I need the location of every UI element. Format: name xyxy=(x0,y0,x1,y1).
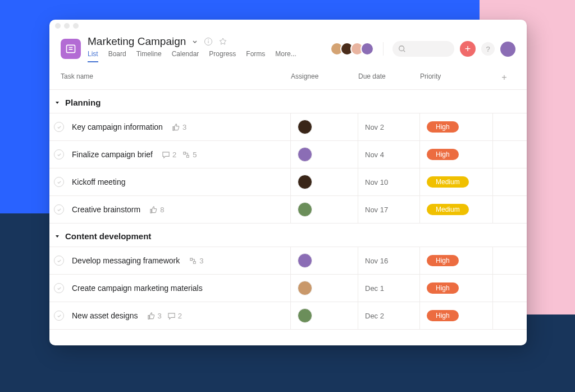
task-name: Key campaign information xyxy=(72,122,163,131)
column-due-date[interactable]: Due date xyxy=(358,72,420,83)
section-header[interactable]: Content development xyxy=(49,224,527,247)
due-date[interactable]: Dec 1 xyxy=(358,275,420,302)
traffic-light-close[interactable] xyxy=(55,23,61,29)
thumbs-up-icon xyxy=(172,123,180,131)
subtask-icon xyxy=(189,257,197,265)
priority-pill[interactable]: High xyxy=(427,282,459,294)
search-input[interactable] xyxy=(393,41,454,57)
tab-forms[interactable]: Forms xyxy=(246,50,265,62)
project-title[interactable]: Marketing Campaign xyxy=(88,35,186,48)
assignee-avatar[interactable] xyxy=(298,147,312,162)
due-date[interactable]: Nov 17 xyxy=(358,196,420,223)
header-divider xyxy=(383,42,384,56)
due-date[interactable]: Nov 2 xyxy=(358,113,420,140)
likes-count[interactable]: 3 xyxy=(147,312,162,320)
add-button[interactable]: + xyxy=(460,41,476,57)
svg-point-6 xyxy=(399,46,404,51)
comment-icon xyxy=(167,312,176,320)
priority-pill[interactable]: Medium xyxy=(427,176,469,188)
task-row[interactable]: Creative brainstorm8Nov 17Medium xyxy=(49,196,527,224)
tab-board[interactable]: Board xyxy=(108,50,126,62)
comment-icon xyxy=(162,151,170,159)
section-name: Content development xyxy=(65,231,151,241)
app-window: Marketing Campaign ListBoardTimelineCale… xyxy=(49,20,527,345)
task-name: Creative brainstorm xyxy=(72,205,140,214)
window-titlebar xyxy=(49,20,527,32)
svg-point-5 xyxy=(208,39,209,40)
due-date[interactable]: Nov 10 xyxy=(358,168,420,195)
priority-pill[interactable]: High xyxy=(427,255,459,266)
comments-count[interactable]: 2 xyxy=(162,151,176,159)
add-column-button[interactable]: + xyxy=(493,72,515,83)
task-name: New asset designs xyxy=(72,311,138,320)
caret-down-icon xyxy=(54,99,61,106)
project-header: Marketing Campaign ListBoardTimelineCale… xyxy=(49,32,527,62)
tab-more-[interactable]: More... xyxy=(275,50,296,62)
comments-count[interactable]: 2 xyxy=(167,312,182,320)
assignee-avatar[interactable] xyxy=(298,253,312,268)
task-row[interactable]: New asset designs32Dec 2High xyxy=(49,302,527,330)
complete-checkbox[interactable] xyxy=(54,283,64,293)
priority-pill[interactable]: High xyxy=(427,121,459,133)
tab-timeline[interactable]: Timeline xyxy=(136,50,162,62)
help-button[interactable]: ? xyxy=(481,42,495,56)
due-date[interactable]: Nov 4 xyxy=(358,141,420,168)
member-avatar[interactable] xyxy=(360,42,374,56)
task-name: Kickoff meeting xyxy=(72,177,125,186)
subtasks-count[interactable]: 5 xyxy=(182,151,197,159)
task-name: Develop messaging framework xyxy=(72,256,180,265)
complete-checkbox[interactable] xyxy=(54,204,64,215)
complete-checkbox[interactable] xyxy=(54,149,64,159)
column-priority[interactable]: Priority xyxy=(420,72,493,83)
task-name: Finalize campaign brief xyxy=(72,150,153,159)
complete-checkbox[interactable] xyxy=(54,122,64,132)
thumbs-up-icon xyxy=(147,312,156,320)
complete-checkbox[interactable] xyxy=(54,311,64,321)
assignee-avatar[interactable] xyxy=(298,202,312,217)
info-icon[interactable] xyxy=(204,37,213,46)
subtasks-count[interactable]: 3 xyxy=(189,257,203,265)
task-row[interactable]: Key campaign information3Nov 2High xyxy=(49,113,527,141)
tab-calendar[interactable]: Calendar xyxy=(172,50,199,62)
section-name: Planning xyxy=(65,98,101,107)
task-row[interactable]: Develop messaging framework3Nov 16High xyxy=(49,247,527,275)
likes-count[interactable]: 8 xyxy=(149,206,164,214)
project-icon[interactable] xyxy=(61,39,81,59)
priority-pill[interactable]: High xyxy=(427,310,459,321)
traffic-light-minimize[interactable] xyxy=(64,23,70,29)
due-date[interactable]: Nov 16 xyxy=(358,247,420,274)
priority-pill[interactable]: High xyxy=(427,149,459,160)
assignee-avatar[interactable] xyxy=(298,120,312,134)
section-header[interactable]: Planning xyxy=(49,90,527,113)
star-icon[interactable] xyxy=(218,37,227,46)
svg-line-7 xyxy=(404,51,405,52)
priority-pill[interactable]: Medium xyxy=(427,204,469,215)
tab-list[interactable]: List xyxy=(88,50,98,62)
caret-down-icon xyxy=(54,233,61,240)
subtask-icon xyxy=(182,151,190,159)
complete-checkbox[interactable] xyxy=(54,256,64,266)
due-date[interactable]: Dec 2 xyxy=(358,302,420,329)
assignee-avatar[interactable] xyxy=(298,308,312,323)
project-members[interactable] xyxy=(330,42,374,56)
task-row[interactable]: Finalize campaign brief25Nov 4High xyxy=(49,141,527,168)
task-name: Create campaign marketing materials xyxy=(72,284,203,293)
project-dropdown-chevron-icon[interactable] xyxy=(191,38,198,45)
task-row[interactable]: Kickoff meetingNov 10Medium xyxy=(49,168,527,196)
assignee-avatar[interactable] xyxy=(298,281,312,295)
likes-count[interactable]: 3 xyxy=(172,123,186,131)
complete-checkbox[interactable] xyxy=(54,177,64,187)
assignee-avatar[interactable] xyxy=(298,175,312,189)
current-user-avatar[interactable] xyxy=(500,42,515,57)
tab-progress[interactable]: Progress xyxy=(209,50,236,62)
thumbs-up-icon xyxy=(149,206,158,214)
column-assignee[interactable]: Assignee xyxy=(291,72,358,83)
task-row[interactable]: Create campaign marketing materialsDec 1… xyxy=(49,275,527,302)
traffic-light-zoom[interactable] xyxy=(73,23,79,29)
column-header: Task name Assignee Due date Priority + xyxy=(49,65,527,90)
column-task-name[interactable]: Task name xyxy=(61,72,291,83)
